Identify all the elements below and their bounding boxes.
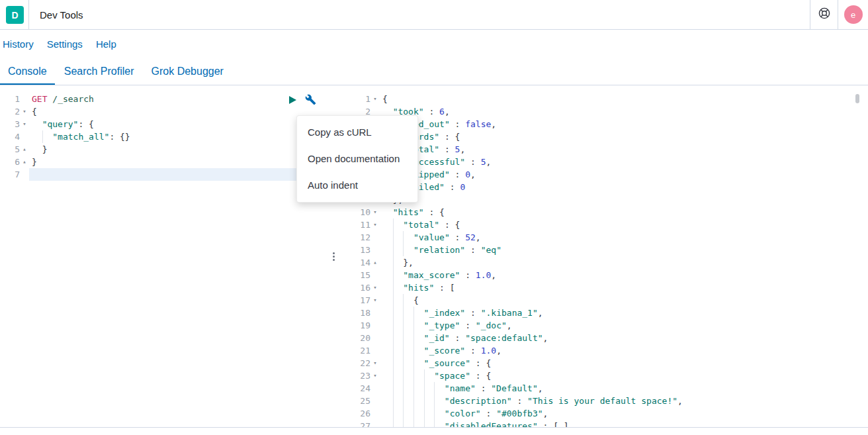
code-line-15[interactable]: 15"max_score" : 1.0, [337, 269, 868, 281]
code-line-22[interactable]: 22▾"_source" : { [337, 357, 868, 369]
code-line-7[interactable]: 7 [0, 168, 329, 181]
fold-toggle-icon[interactable]: ▾ [370, 294, 380, 307]
menu-item-open-documentation[interactable]: Open documentation [297, 146, 417, 172]
link-history[interactable]: History [3, 38, 34, 50]
code-content[interactable]: "failed" : 0 [380, 181, 868, 193]
user-menu-button[interactable]: e [838, 0, 868, 29]
code-line-26[interactable]: 26"color" : "#00bfb3", [337, 407, 868, 420]
code-line-3[interactable]: 3▾"query": { [0, 118, 329, 130]
tab-console[interactable]: Console [0, 58, 55, 85]
code-content[interactable]: } [29, 156, 329, 168]
gutter-cell: 21 [337, 344, 380, 357]
code-token: "#00bfb3" [496, 409, 542, 418]
code-content[interactable]: "hits" : [ [380, 281, 868, 294]
code-content[interactable]: }, [380, 256, 868, 269]
code-line-2[interactable]: 2▾{ [0, 105, 329, 118]
code-content[interactable]: "_source" : { [380, 357, 868, 369]
code-content[interactable]: { [29, 105, 329, 118]
code-line-10[interactable]: 10▾"hits" : { [337, 206, 868, 218]
fold-toggle-icon[interactable]: ▴ [370, 256, 380, 269]
code-line-19[interactable]: 19"_type" : "_doc", [337, 319, 868, 332]
fold-toggle-icon[interactable]: ▾ [20, 105, 29, 118]
code-line-13[interactable]: 13"relation" : "eq" [337, 244, 868, 256]
tab-search-profiler[interactable]: Search Profiler [56, 58, 142, 85]
code-line-12[interactable]: 12"value" : 52, [337, 231, 868, 244]
indent-guide [393, 332, 404, 344]
code-content[interactable]: "successful" : 5, [380, 156, 868, 168]
code-line-23[interactable]: 23▾"space" : { [337, 369, 868, 382]
code-content[interactable]: }, [380, 193, 868, 206]
code-content[interactable]: "timed_out" : false, [380, 118, 868, 130]
code-content[interactable]: } [29, 143, 329, 156]
link-help[interactable]: Help [96, 38, 116, 50]
tools-menu-button[interactable] [305, 94, 316, 107]
code-line-4[interactable]: 4"match_all": {} [0, 130, 329, 143]
code-content[interactable]: "took" : 6, [380, 105, 868, 118]
code-content[interactable]: "query": { [29, 118, 329, 130]
code-line-21[interactable]: 21"_score" : 1.0, [337, 344, 868, 357]
code-content[interactable] [29, 168, 329, 181]
fold-toggle-icon[interactable]: ▾ [370, 369, 380, 382]
kibana-logo[interactable]: D [6, 6, 24, 24]
code-token: : [465, 245, 480, 255]
code-line-16[interactable]: 16▾"hits" : [ [337, 281, 868, 294]
code-token: : [450, 169, 465, 179]
fold-toggle-icon[interactable]: ▾ [370, 281, 380, 294]
send-request-button[interactable] [288, 95, 297, 107]
code-content[interactable]: "relation" : "eq" [380, 244, 868, 256]
code-line-24[interactable]: 24"name" : "Default", [337, 382, 868, 395]
fold-toggle-icon[interactable]: ▾ [20, 118, 29, 130]
code-token: "disabledFeatures" [445, 421, 538, 427]
fold-toggle-icon[interactable]: ▾ [370, 93, 380, 105]
code-content[interactable]: "total" : { [380, 218, 868, 231]
fold-toggle-icon[interactable]: ▾ [370, 357, 380, 369]
code-line-1[interactable]: 1GET /_search [0, 93, 329, 105]
code-content[interactable]: "name" : "Default", [380, 382, 868, 395]
code-line-18[interactable]: 18"_index" : ".kibana_1", [337, 307, 868, 319]
code-content[interactable]: { [380, 93, 868, 105]
gutter-cell: 19 [337, 319, 380, 332]
code-line-6[interactable]: 6▴} [0, 156, 329, 168]
code-line-14[interactable]: 14▴}, [337, 256, 868, 269]
code-content[interactable]: "_score" : 1.0, [380, 344, 868, 357]
code-content[interactable]: "_shards" : { [380, 130, 868, 143]
link-settings[interactable]: Settings [47, 38, 83, 50]
fold-toggle-icon[interactable]: ▾ [370, 206, 380, 218]
code-content[interactable]: "space" : { [380, 369, 868, 382]
response-scrollbar-thumb[interactable] [855, 94, 859, 103]
code-line-5[interactable]: 5▴} [0, 143, 329, 156]
code-content[interactable]: "_type" : "_doc", [380, 319, 868, 332]
code-content[interactable]: "description" : "This is your default sp… [380, 395, 868, 407]
code-content[interactable]: "color" : "#00bfb3", [380, 407, 868, 420]
code-line-11[interactable]: 11▾"total" : { [337, 218, 868, 231]
fold-toggle-icon[interactable]: ▴ [20, 156, 29, 168]
code-content[interactable]: "match_all": {} [29, 130, 329, 143]
code-line-1[interactable]: 1▾{ [337, 93, 868, 105]
code-content[interactable]: "_index" : ".kibana_1", [380, 307, 868, 319]
tab-grok-debugger[interactable]: Grok Debugger [144, 58, 232, 85]
code-content[interactable]: "_id" : "space:default", [380, 332, 868, 344]
code-content[interactable]: "disabledFeatures" : [ ], [380, 420, 868, 427]
code-content[interactable]: "max_score" : 1.0, [380, 269, 868, 281]
code-content[interactable]: { [380, 294, 868, 307]
fold-toggle-icon[interactable]: ▾ [370, 218, 380, 231]
gutter-cell: 3▾ [0, 118, 29, 130]
request-editor[interactable]: 1GET /_search2▾{3▾"query": {4"match_all"… [0, 86, 329, 427]
code-token: : [445, 182, 460, 192]
code-token: } [32, 157, 37, 167]
code-token: : { [439, 220, 460, 230]
code-line-25[interactable]: 25"description" : "This is your default … [337, 395, 868, 407]
line-number: 27 [337, 420, 370, 427]
code-content[interactable]: "hits" : { [380, 206, 868, 218]
code-content[interactable]: "skipped" : 0, [380, 168, 868, 181]
code-line-17[interactable]: 17▾{ [337, 294, 868, 307]
code-content[interactable]: "total" : 5, [380, 143, 868, 156]
menu-item-copy-as-curl[interactable]: Copy as cURL [297, 119, 417, 146]
fold-toggle-icon[interactable]: ▴ [20, 143, 29, 156]
code-line-20[interactable]: 20"_id" : "space:default", [337, 332, 868, 344]
code-content[interactable]: "value" : 52, [380, 231, 868, 244]
help-button[interactable] [810, 0, 838, 29]
code-line-27[interactable]: 27"disabledFeatures" : [ ], [337, 420, 868, 427]
code-content[interactable]: GET /_search [29, 93, 329, 105]
menu-item-auto-indent[interactable]: Auto indent [297, 172, 417, 199]
